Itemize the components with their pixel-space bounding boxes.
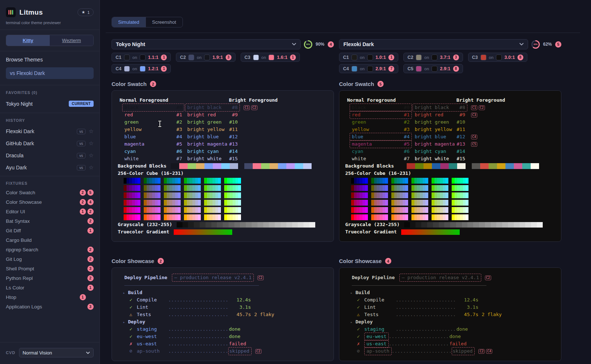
chip-on-label: on	[489, 55, 494, 60]
step-label: Compile	[364, 296, 396, 304]
background-blocks-row: Background Blocks	[118, 162, 328, 170]
cube-strip	[371, 185, 388, 191]
fixture-item-git-diff[interactable]: Git Diff1	[6, 226, 94, 235]
history-row[interactable]: Ayu Darkvs☆	[6, 164, 94, 171]
leader-dots: ........................................…	[396, 296, 456, 304]
theme-select[interactable]: Flexoki Dark	[339, 39, 528, 49]
chip-count-badge: 8	[517, 55, 523, 60]
fixture-name: Git Log	[6, 256, 22, 262]
contrast-chip-c4[interactable]: C4on2.9:17	[339, 64, 398, 73]
contrast-chip-c5[interactable]: C5on2.9:18	[403, 64, 463, 73]
terminal-tab-wezterm[interactable]: Wezterm	[50, 35, 93, 46]
section-issue-badge: 2	[158, 258, 164, 264]
chip-count-badge: 1	[290, 55, 296, 60]
history-favorite-star-icon[interactable]: ☆	[86, 140, 94, 147]
color-index: #6	[404, 148, 410, 155]
cube-strip	[452, 207, 468, 213]
cvd-select[interactable]: Normal Vision	[19, 348, 94, 357]
terminal-tabs: KittyWezterm	[6, 35, 94, 46]
history-favorite-star-icon[interactable]: ☆	[86, 164, 94, 171]
normal-color-cell: red#1	[122, 111, 184, 119]
view-tab-simulated[interactable]: Simulated	[112, 17, 146, 27]
contrast-chip-c1[interactable]: C1on1.0:11	[339, 53, 398, 62]
step-status-icon: ✓	[357, 304, 364, 311]
pipeline-group-header: ▸Deploy	[345, 318, 555, 326]
contrast-chip-c1[interactable]: C1on1.1:11	[112, 53, 171, 62]
history-vs-button[interactable]: vs	[77, 165, 86, 170]
contrast-chip-c2[interactable]: C2on3.7:13	[403, 53, 463, 62]
history-row[interactable]: GitHub Darkvs☆	[6, 140, 94, 147]
github-star-button[interactable]: ★ 1	[78, 8, 94, 16]
swatch-row: cyan#6bright cyan#14	[345, 148, 555, 155]
cube-row	[351, 192, 555, 199]
color-name: bright white	[415, 155, 449, 162]
fixture-item-color-showcase[interactable]: Color Showcase24	[6, 197, 94, 207]
fixture-item-color-swatch[interactable]: Color Swatch25	[6, 188, 94, 197]
step-value: done	[228, 333, 251, 340]
chip-fg-swatch	[351, 66, 357, 72]
fixture-item-htop[interactable]: Htop1	[6, 292, 94, 302]
terminal-tab-kitty[interactable]: Kitty	[6, 35, 50, 46]
fixture-item-application-logs[interactable]: Application Logs3	[6, 302, 94, 311]
swatch-row: cyan#6bright cyan#14	[118, 148, 328, 155]
cube-strip	[124, 192, 140, 198]
leader-dots: ........................................…	[389, 333, 449, 340]
normal-fg-header: Normal Foreground	[120, 97, 168, 104]
contrast-chip-c4[interactable]: C4on1.2:11	[112, 64, 171, 73]
history-row[interactable]: Flexoki Darkvs☆	[6, 128, 94, 135]
cube-strip	[351, 214, 368, 220]
contrast-ref-tag: C2	[257, 275, 264, 280]
step-status-icon: ✗	[357, 340, 364, 348]
swatch-row: white#7bright white#15	[345, 155, 555, 162]
contrast-chips: C1on1.0:11C2on3.7:13C3on3.0:18C4on2.9:17…	[339, 53, 561, 73]
cube-strip	[124, 214, 140, 220]
color-index: #10	[229, 119, 238, 126]
fixture-item-ls-color[interactable]: Ls Color1	[6, 283, 94, 292]
history-favorite-star-icon[interactable]: ☆	[86, 152, 94, 159]
chip-on-label: on	[197, 55, 202, 60]
cube-strip	[164, 207, 181, 213]
history-vs-button[interactable]: vs	[77, 141, 86, 146]
cube-strip	[452, 214, 468, 220]
fixture-name: Ls Color	[6, 285, 24, 290]
cube-row	[351, 184, 555, 192]
group-name: Deploy	[128, 319, 145, 324]
current-badge: CURRENT	[69, 101, 94, 107]
fixture-item-bat-syntax[interactable]: Bat Syntax2	[6, 216, 94, 226]
color-name: bright magenta	[187, 140, 227, 148]
chip-ratio: 3.0:1	[504, 55, 515, 60]
history-vs-button[interactable]: vs	[77, 153, 86, 158]
fixture-item-python-repl[interactable]: Python Repl2	[6, 273, 94, 283]
chip-count-badge: 8	[453, 66, 459, 72]
color-name: red	[124, 111, 133, 119]
fixture-item-editor-ui[interactable]: Editor UI12	[6, 207, 94, 216]
history-row[interactable]: Draculavs☆	[6, 152, 94, 159]
step-label: Lint	[364, 304, 396, 311]
fixture-item-ripgrep-search[interactable]: ripgrep Search2	[6, 245, 94, 254]
color-name: bright blue	[415, 133, 446, 140]
chip-ratio: 1.9:1	[212, 55, 223, 60]
chip-label: C2	[180, 55, 186, 60]
normal-color-cell: blue#4	[350, 133, 412, 141]
theme-select[interactable]: Tokyo Night	[112, 39, 301, 49]
fixture-item-shell-prompt[interactable]: Shell Prompt3	[6, 264, 94, 273]
pipeline-step-row: ✓Lint...................................…	[345, 304, 555, 311]
contrast-ref-tag: C2	[255, 349, 261, 354]
fixture-item-git-log[interactable]: Git Log2	[6, 254, 94, 264]
favorite-row[interactable]: Tokyo Night CURRENT	[6, 101, 94, 107]
view-tab-screenshot[interactable]: Screenshot	[146, 17, 182, 27]
step-status-icon: ✓	[129, 326, 137, 333]
contrast-chip-c3[interactable]: C3on1.6:11	[241, 53, 300, 62]
chip-bg-swatch	[432, 66, 437, 72]
fixture-name: Bat Syntax	[6, 218, 30, 224]
compare-selected-item[interactable]: vs Flexoki Dark	[6, 67, 94, 79]
cube-strip	[224, 207, 241, 213]
history-vs-button[interactable]: vs	[77, 129, 86, 134]
history-favorite-star-icon[interactable]: ☆	[86, 128, 94, 135]
contrast-chip-c2[interactable]: C2on1.9:13	[176, 53, 235, 62]
chip-ratio: 1.6:1	[277, 55, 287, 60]
fixture-item-cargo-build[interactable]: Cargo Build	[6, 235, 94, 245]
contrast-chip-c3[interactable]: C3on3.0:18	[468, 53, 527, 62]
cube-strip	[164, 185, 181, 191]
contrast-ref-tag: C3	[471, 113, 477, 117]
